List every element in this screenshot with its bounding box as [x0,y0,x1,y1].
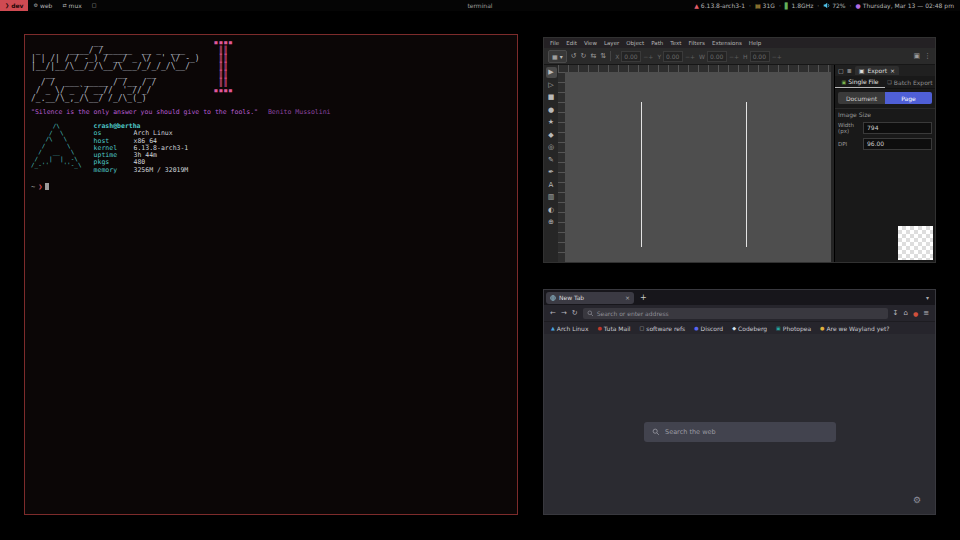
x-field[interactable]: X 0.00 −+ [615,51,653,62]
welcome-banner: __ _ ____/ /______ __ _ ___ | | /| / / -… [31,39,511,103]
dpi-input[interactable]: 96.00 [863,138,932,150]
flip-horizontal-button[interactable]: ⇆ [590,52,596,60]
pencil-tool-icon[interactable]: ✎ [546,155,557,166]
spiral-tool-icon[interactable]: ◎ [546,142,557,153]
horizontal-ruler [558,65,831,72]
menu-edit[interactable]: Edit [566,40,577,46]
node-tool-icon[interactable]: ▷ [546,80,557,91]
width-input[interactable]: 794 [863,122,932,134]
forward-button[interactable]: → [561,309,567,317]
selector-tool-icon[interactable]: ▶ [546,67,557,78]
downloads-button[interactable]: ↧ [893,309,899,317]
disk-icon: ▤ [755,2,761,9]
rotate-ccw-button[interactable]: ↺ [571,52,577,60]
disk-module: ▤ 31G [755,2,775,9]
x-stepper[interactable]: −+ [643,53,653,60]
h-field[interactable]: H 0.00 −+ [743,51,782,62]
dock-icon-2[interactable]: ≣ [847,67,852,74]
inkscape-window[interactable]: File Edit View Layer Object Path Text Fi… [543,37,936,263]
page-button[interactable]: Page [885,92,932,104]
menu-text[interactable]: Text [670,40,681,46]
x-value[interactable]: 0.00 [621,51,641,62]
export-dialog-tab[interactable]: ▣ Export × [855,66,899,75]
w-field[interactable]: W 0.00 −+ [699,51,739,62]
selection-mode-dropdown[interactable]: ▦ ▾ [548,50,567,63]
tab-batch-export[interactable]: ❏ Batch Export [885,76,935,88]
menu-filters[interactable]: Filters [688,40,705,46]
web-search-input[interactable]: Search the web [644,422,836,442]
menu-layer[interactable]: Layer [604,40,619,46]
dropper-tool-icon[interactable]: ◐ [546,205,557,216]
disk-value: 31G [763,2,775,9]
list-all-tabs-chevron[interactable]: ▾ [926,294,929,301]
document-button[interactable]: Document [838,92,885,104]
new-tab-button[interactable]: + [640,293,647,302]
menu-extensions[interactable]: Extensions [712,40,742,46]
toolbar-overflow-button[interactable]: ⋮ [924,52,931,60]
separator: · [850,2,852,9]
back-button[interactable]: ← [550,309,556,317]
browser-window[interactable]: New Tab × + ▾ ← → ↻ Search or enter addr… [543,289,936,515]
bookmark-tuta-mail[interactable]: ● Tuta Mail [597,325,630,332]
pen-tool-icon[interactable]: ✒ [546,167,557,178]
reload-button[interactable]: ↻ [572,309,578,317]
terminal-window[interactable]: __ _ ____/ /______ __ _ ___ | | /| / / -… [24,34,518,515]
menu-view[interactable]: View [584,40,597,46]
personalize-gear-icon[interactable]: ⚙ [913,495,921,505]
h-stepper[interactable]: −+ [772,53,782,60]
menu-object[interactable]: Object [626,40,644,46]
menu-button[interactable]: ≡ [923,309,929,317]
drawn-vertical-line[interactable] [746,102,747,247]
menu-path[interactable]: Path [651,40,663,46]
workspace-dev[interactable]: ❯ dev [0,0,28,11]
quote-line: "Silence is the only answer you should g… [31,108,511,116]
bookmark-codeberg[interactable]: ◆ Codeberg [732,325,767,332]
w-stepper[interactable]: −+ [729,53,739,60]
tab-close-icon[interactable]: × [625,294,630,301]
volume-value: 72% [832,2,845,9]
export-area-segment: Document Page [838,92,932,104]
menu-file[interactable]: File [550,40,559,46]
w-value[interactable]: 0.00 [707,51,727,62]
dock-icon-1[interactable]: ▢ [838,67,844,74]
close-icon[interactable]: × [890,67,895,74]
mux-icon: ⇄ [62,0,66,11]
y-field[interactable]: Y 0.00 −+ [657,51,695,62]
shell-prompt[interactable]: ~❯ [31,183,511,191]
bookmark-label: Tuta Mail [604,325,631,332]
workspace-mux[interactable]: ⇄ mux [57,0,86,11]
y-value[interactable]: 0.00 [663,51,683,62]
address-bar[interactable]: Search or enter address [583,308,888,319]
gradient-tool-icon[interactable]: ▥ [546,192,557,203]
tab-title: New Tab [559,294,584,301]
menu-help[interactable]: Help [749,40,762,46]
star-tool-icon[interactable]: ★ [546,117,557,128]
bookmark-discord[interactable]: ● Discord [694,325,723,332]
ellipse-tool-icon[interactable]: ● [546,105,557,116]
workspace-web-label: web [40,0,52,11]
zoom-tool-icon[interactable]: ⊕ [546,217,557,228]
rectangle-tool-icon[interactable]: ■ [546,92,557,103]
adblock-extension-icon[interactable]: ● [913,310,918,317]
tab-new-tab[interactable]: New Tab × [546,292,634,304]
tab-single-file[interactable]: ▣ Single File [835,76,885,88]
snap-toggle[interactable]: ▣ [913,52,920,60]
workspace-4[interactable]: □ [87,0,102,11]
bookmark-photopea[interactable]: ▣ Photopea [776,325,811,332]
rotate-cw-button[interactable]: ↻ [581,52,587,60]
bookmark-folder-software-refs[interactable]: □ software refs [640,325,686,332]
kernel-version: 6.13.8-arch3-1 [701,2,745,9]
drawn-vertical-line[interactable] [641,102,642,247]
box3d-tool-icon[interactable]: ◆ [546,130,557,141]
canvas[interactable] [565,72,831,262]
y-stepper[interactable]: −+ [685,53,695,60]
bookmark-arch-linux[interactable]: ▲ Arch Linux [551,325,588,332]
flip-vertical-button[interactable]: ⇅ [600,52,606,60]
export-icon: ▣ [859,67,865,74]
cpu-module: ▋ 1.8GHz [785,2,813,9]
text-tool-icon[interactable]: A [546,180,557,191]
workspace-web[interactable]: ⚙ web [28,0,57,11]
bookmark-are-we-wayland-yet[interactable]: ● Are we Wayland yet? [820,325,889,332]
home-button[interactable]: ⌂ [903,309,907,317]
h-value[interactable]: 0.00 [750,51,770,62]
